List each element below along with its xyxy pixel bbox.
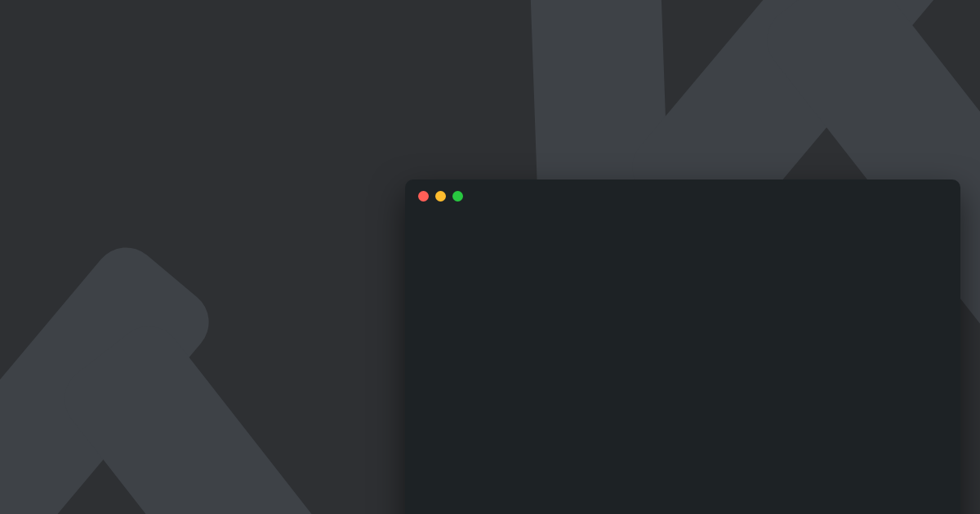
code-window: [405, 179, 960, 514]
window-controls: [405, 179, 960, 210]
close-icon: [418, 191, 429, 202]
maximize-icon: [452, 191, 463, 202]
code-block: [405, 210, 960, 226]
minimize-icon: [435, 191, 446, 202]
